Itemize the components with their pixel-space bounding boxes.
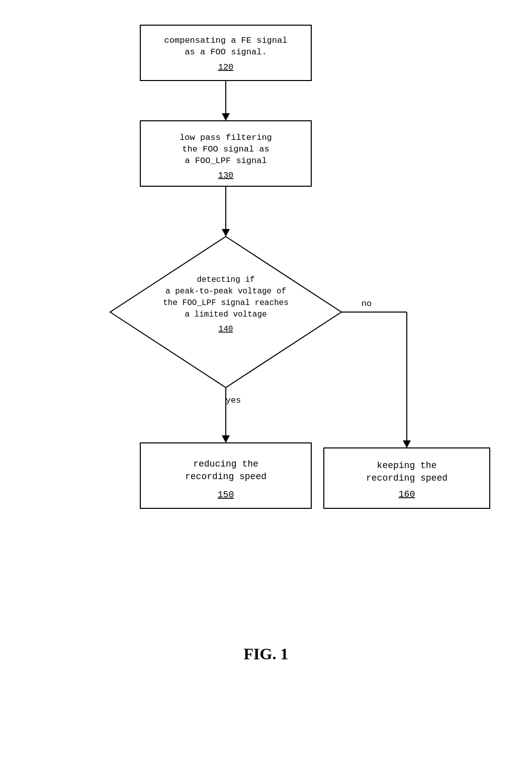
svg-text:140: 140	[219, 325, 233, 334]
svg-text:130: 130	[218, 171, 234, 180]
svg-marker-21	[222, 435, 230, 443]
svg-text:as a FOO signal.: as a FOO signal.	[185, 47, 267, 57]
svg-text:recording speed: recording speed	[366, 473, 448, 483]
diagram-container: compensating a FE signal as a FOO signal…	[0, 0, 532, 761]
svg-text:yes: yes	[226, 396, 241, 405]
svg-text:the FOO signal as: the FOO signal as	[182, 144, 269, 154]
svg-text:keeping the: keeping the	[377, 461, 437, 471]
svg-text:a FOO_LPF signal: a FOO_LPF signal	[185, 156, 267, 166]
svg-text:a peak-to-peak voltage of: a peak-to-peak voltage of	[165, 287, 286, 296]
svg-text:150: 150	[218, 490, 234, 500]
svg-marker-12	[222, 229, 230, 237]
svg-text:compensating a FE signal: compensating a FE signal	[164, 36, 288, 45]
svg-text:recording speed: recording speed	[185, 472, 267, 482]
svg-text:detecting if: detecting if	[197, 275, 254, 284]
svg-marker-5	[222, 113, 230, 121]
svg-text:reducing the: reducing the	[193, 459, 258, 469]
svg-text:FIG. 1: FIG. 1	[244, 645, 289, 663]
svg-marker-29	[403, 440, 411, 448]
svg-text:the  FOO_LPF signal reaches: the FOO_LPF signal reaches	[163, 298, 289, 308]
svg-text:120: 120	[218, 62, 234, 72]
svg-text:no: no	[362, 299, 372, 309]
flowchart-svg: compensating a FE signal as a FOO signal…	[40, 15, 492, 695]
svg-text:low pass filtering: low pass filtering	[180, 133, 272, 142]
svg-text:160: 160	[399, 489, 415, 499]
svg-text:a limited voltage: a limited voltage	[185, 310, 267, 319]
